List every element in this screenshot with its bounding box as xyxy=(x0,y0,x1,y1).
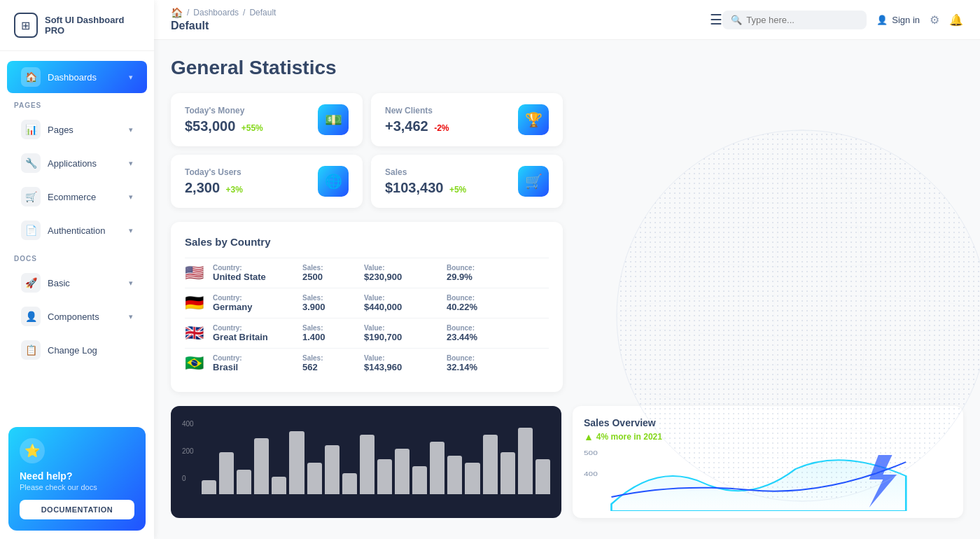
sign-in-button[interactable]: 👤 Sign in xyxy=(876,15,920,25)
stat-clients-icon: 🏆 xyxy=(518,104,549,135)
chart-bar xyxy=(202,480,216,494)
docs-section-label: DOCS xyxy=(0,248,154,265)
bar-chart-card: 400 200 0 xyxy=(171,406,561,518)
breadcrumb-dashboards: Dashboards xyxy=(193,8,239,18)
area-chart: 500 400 xyxy=(584,448,952,511)
us-value: $230,900 xyxy=(364,272,441,282)
stat-users-value: 2,300 xyxy=(185,180,220,195)
us-flag: 🇺🇸 xyxy=(185,264,206,282)
stat-users-info: Today's Users 2,300 +3% xyxy=(185,167,243,196)
authentication-icon: 📄 xyxy=(21,220,41,240)
chart-bar xyxy=(430,442,444,494)
sidebar-item-dashboards[interactable]: 🏠 Dashboards ▾ xyxy=(7,61,147,93)
stat-card-clients: New Clients +3,462 -2% 🏆 xyxy=(371,93,563,146)
chart-bar xyxy=(395,449,410,494)
current-page-title: Default xyxy=(171,20,693,32)
sidebar-item-applications[interactable]: 🔧 Applications ▾ xyxy=(7,147,147,179)
logo-icon: ⊞ xyxy=(14,13,38,38)
header-actions: 🔍 👤 Sign in ⚙ 🔔 xyxy=(722,10,963,29)
breadcrumb-area: 🏠 / Dashboards / Default Default xyxy=(171,7,693,32)
ecommerce-label: Ecommerce xyxy=(48,192,96,202)
search-box[interactable]: 🔍 xyxy=(722,10,867,29)
gb-bounce: 23.44% xyxy=(447,332,517,342)
sidebar-item-components[interactable]: 👤 Components ▾ xyxy=(7,300,147,332)
pages-icon: 📊 xyxy=(21,120,41,139)
stat-money-value: $53,000 xyxy=(185,118,235,134)
svg-point-11 xyxy=(641,365,963,407)
chart-bar xyxy=(483,435,498,494)
basic-label: Basic xyxy=(48,278,70,288)
svg-text:500: 500 xyxy=(584,449,598,456)
sales-by-country-card: Sales by Country 🇺🇸 Country: United Stat… xyxy=(171,222,563,392)
content-inner: // This won't execute in SVG context, do… xyxy=(171,57,963,518)
chart-bar xyxy=(289,431,304,494)
sales-overview-card: Sales Overview ▲ 4% more in 2021 xyxy=(573,406,963,518)
sidebar-logo: ⊞ Soft UI Dashboard PRO xyxy=(0,0,154,51)
trend-up-icon: ▲ xyxy=(584,431,594,442)
pages-section-label: PAGES xyxy=(0,94,154,112)
gb-value: $190,700 xyxy=(364,332,441,342)
de-value: $440,000 xyxy=(364,302,441,312)
svg-point-10 xyxy=(617,295,980,337)
svg-point-13 xyxy=(711,176,893,204)
sidebar-item-ecommerce[interactable]: 🛒 Ecommerce ▾ xyxy=(7,181,147,213)
stat-money-label: Today's Money xyxy=(185,106,263,115)
help-subtitle: Please check our docs xyxy=(20,483,134,491)
help-star-icon: ⭐ xyxy=(20,438,45,463)
stat-sales-icon: 🛒 xyxy=(518,166,549,197)
chart-bar xyxy=(536,459,550,494)
documentation-button[interactable]: DOCUMENTATION xyxy=(20,500,134,519)
sales-country-title: Sales by Country xyxy=(185,236,549,248)
stat-sales-label: Sales xyxy=(385,167,466,177)
chart-bar xyxy=(307,463,322,494)
gear-icon[interactable]: ⚙ xyxy=(930,13,939,27)
home-icon: 🏠 xyxy=(171,7,183,18)
gb-sales: 1.400 xyxy=(302,332,358,342)
svg-point-9 xyxy=(641,225,963,267)
country-row-de: 🇩🇪 Country: Germany Sales: 3.900 Value: xyxy=(185,288,549,318)
de-bounce: 40.22% xyxy=(447,302,517,312)
chart-bar xyxy=(272,477,286,494)
sidebar-item-authentication[interactable]: 📄 Authentication ▾ xyxy=(7,214,147,246)
y-label-400: 400 xyxy=(182,420,194,428)
de-country: Germany xyxy=(213,302,297,312)
sidebar-nav: 🏠 Dashboards ▾ PAGES 📊 Pages ▾ 🔧 Applica… xyxy=(0,51,154,419)
chevron-icon: ▾ xyxy=(129,226,133,235)
chevron-icon: ▾ xyxy=(129,125,133,134)
overview-subtitle: 4% more in 2021 xyxy=(596,432,662,442)
y-label-0: 0 xyxy=(182,475,194,482)
user-icon: 👤 xyxy=(876,15,888,25)
bell-icon[interactable]: 🔔 xyxy=(949,13,963,27)
br-flag: 🇧🇷 xyxy=(185,354,206,372)
chevron-icon: ▾ xyxy=(129,279,133,288)
dashboards-icon: 🏠 xyxy=(21,67,41,87)
chart-bar xyxy=(219,452,234,494)
help-title: Need help? xyxy=(20,470,134,482)
sidebar-item-pages[interactable]: 📊 Pages ▾ xyxy=(7,113,147,146)
changelog-label: Change Log xyxy=(48,345,97,356)
chart-bar xyxy=(377,459,392,494)
chart-bar xyxy=(325,445,340,494)
chart-bar xyxy=(412,466,427,494)
stat-money-icon: 💵 xyxy=(318,104,349,135)
chevron-icon: ▾ xyxy=(129,159,133,168)
menu-icon[interactable]: ☰ xyxy=(710,11,722,28)
sidebar-item-changelog[interactable]: 📋 Change Log xyxy=(7,334,147,366)
stat-users-label: Today's Users xyxy=(185,167,243,177)
help-box: ⭐ Need help? Please check our docs DOCUM… xyxy=(8,427,146,531)
ecommerce-icon: 🛒 xyxy=(21,187,41,206)
y-label-200: 200 xyxy=(182,447,194,455)
search-input[interactable] xyxy=(746,15,858,25)
stat-money-info: Today's Money $53,000 +55% xyxy=(185,106,263,134)
sidebar-item-basic[interactable]: 🚀 Basic ▾ xyxy=(7,267,147,299)
stat-card-users: Today's Users 2,300 +3% 🌐 xyxy=(171,155,363,208)
sidebar: ⊞ Soft UI Dashboard PRO 🏠 Dashboards ▾ P… xyxy=(0,0,154,539)
overview-title: Sales Overview xyxy=(584,417,952,428)
chevron-icon: ▾ xyxy=(129,73,133,82)
header: 🏠 / Dashboards / Default Default ☰ 🔍 👤 S… xyxy=(154,0,980,40)
stat-card-money: Today's Money $53,000 +55% 💵 xyxy=(171,93,363,146)
br-country: Brasil xyxy=(213,362,297,372)
country-label: Country: xyxy=(213,264,297,272)
stat-money-change: +55% xyxy=(241,123,263,133)
stat-clients-change: -2% xyxy=(434,123,449,133)
